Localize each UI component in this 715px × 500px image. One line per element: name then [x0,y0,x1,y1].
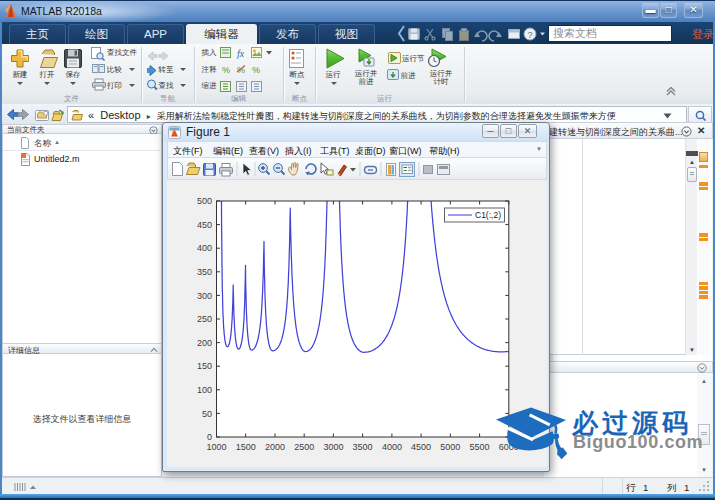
svg-text:4000: 4000 [382,442,402,452]
svg-text:150: 150 [197,361,212,371]
svg-text:0: 0 [207,432,212,442]
svg-text:C1(:,2): C1(:,2) [475,210,501,220]
svg-text:?: ? [528,30,533,40]
svg-text:3000: 3000 [323,442,343,452]
svg-text:%: % [252,65,260,75]
svg-text:450: 450 [197,220,212,230]
svg-text:300: 300 [197,291,212,301]
svg-text:200: 200 [197,338,212,348]
svg-text:500: 500 [197,196,212,206]
svg-text:50: 50 [202,409,212,419]
svg-text:100: 100 [197,385,212,395]
svg-text:5500: 5500 [470,442,490,452]
svg-text:%: % [222,65,230,75]
svg-text:350: 350 [197,267,212,277]
svg-text:3500: 3500 [353,442,373,452]
svg-text:5000: 5000 [440,442,460,452]
svg-text:4500: 4500 [411,442,431,452]
svg-text:1000: 1000 [206,442,226,452]
svg-text:400: 400 [197,243,212,253]
svg-text:fx: fx [237,48,245,59]
svg-text:250: 250 [197,314,212,324]
svg-text:1500: 1500 [236,442,256,452]
svg-text:2500: 2500 [294,442,314,452]
svg-text:2000: 2000 [265,442,285,452]
